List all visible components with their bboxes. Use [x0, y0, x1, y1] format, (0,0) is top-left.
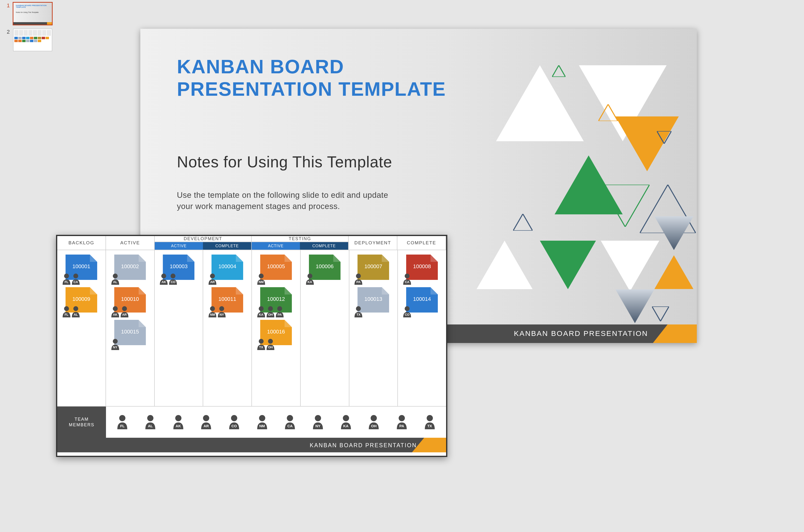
svg-point-28 — [210, 306, 215, 311]
kanban-card[interactable]: 100016TXOH — [260, 320, 292, 345]
kanban-board-slide[interactable]: BACKLOG ACTIVE DEVELOPMENT ACTIVECOMPLET… — [56, 235, 447, 457]
svg-point-49 — [343, 415, 349, 421]
kanban-column: 100003AKCO — [155, 250, 203, 406]
header-backlog: BACKLOG — [57, 236, 106, 250]
svg-point-39 — [405, 273, 410, 279]
kanban-card[interactable]: 100001FLCA — [66, 254, 97, 280]
team-member-pawn: CA — [283, 414, 297, 430]
team-member-pawn: KA — [339, 414, 353, 430]
triangle-icon — [652, 306, 669, 321]
triangle-icon — [615, 116, 679, 171]
thumbnail-number: 1 — [3, 2, 10, 9]
triangle-icon — [552, 65, 565, 77]
thumbnail-number: 2 — [3, 29, 10, 35]
team-members-row: TEAMMEMBERS FLALAKARCONMCANYKAOHPATX — [57, 406, 446, 438]
kanban-card[interactable]: 100006KA — [309, 254, 341, 280]
triangle-icon — [615, 289, 654, 323]
team-member-pawn: AK — [171, 414, 185, 430]
svg-point-52 — [427, 415, 433, 421]
svg-marker-13 — [552, 65, 565, 77]
svg-point-41 — [119, 415, 126, 421]
triangle-icon — [598, 104, 618, 121]
team-member-pawn: NY — [311, 414, 325, 430]
thumbnail-subtitle: Notes for Using This Template — [16, 12, 39, 13]
team-member-pawn: NM — [255, 414, 269, 430]
team-members-label: TEAMMEMBERS — [57, 406, 106, 438]
team-member-pawn: NY — [110, 338, 120, 350]
kanban-column: 100002AL100010AKAR100015NY — [106, 250, 155, 406]
svg-marker-5 — [601, 241, 659, 291]
svg-point-48 — [315, 415, 321, 421]
svg-point-38 — [356, 306, 361, 311]
kanban-card[interactable]: 100007PA — [357, 254, 389, 280]
kanban-card[interactable]: 100015NY — [114, 320, 146, 345]
slide-title[interactable]: KANBAN BOARD PRESENTATION TEMPLATE — [177, 56, 446, 100]
kanban-footer-text: KANBAN BOARD PRESENTATION — [310, 442, 417, 449]
team-member-pawn: TX — [423, 414, 436, 430]
slide-body-text[interactable]: Use the template on the following slide … — [177, 190, 396, 212]
kanban-card[interactable]: 100003AKCO — [163, 254, 194, 280]
team-member-pawn: KA — [304, 273, 315, 285]
svg-marker-0 — [496, 65, 584, 141]
svg-point-29 — [219, 306, 224, 311]
kanban-card[interactable]: 100014CO — [406, 287, 438, 312]
header-complete: COMPLETE — [397, 236, 446, 250]
team-member-pawn: FL — [115, 414, 129, 430]
svg-point-36 — [307, 273, 312, 279]
team-member-pawn: CO — [402, 306, 412, 318]
svg-point-26 — [171, 273, 175, 279]
svg-point-23 — [122, 306, 127, 311]
team-member-pawn: CA — [402, 273, 412, 285]
team-member-pawn: CA — [70, 273, 81, 285]
team-member-pawn: AR — [119, 306, 130, 318]
triangle-icon — [654, 255, 693, 289]
slide-thumbnail-2[interactable] — [13, 29, 52, 51]
kanban-card[interactable]: 100013TX — [357, 287, 389, 312]
svg-point-20 — [73, 306, 78, 311]
triangle-icon — [540, 241, 596, 289]
header-development: DEVELOPMENT ACTIVECOMPLETE — [155, 236, 252, 250]
svg-marker-12 — [513, 214, 532, 231]
kanban-column: 100001FLCA100009FLAL — [57, 250, 106, 406]
triangle-icon — [496, 65, 584, 141]
kanban-card[interactable]: 100012KAOHPA — [260, 287, 292, 312]
kanban-card[interactable]: 100010AKAR — [114, 287, 146, 312]
team-member-pawn: PA — [353, 273, 364, 285]
slide-subtitle[interactable]: Notes for Using This Template — [177, 153, 392, 171]
slide-thumbnail-1[interactable]: KANBAN BOARD PRESENTATION TEMPLATE Notes… — [13, 2, 52, 25]
header-active: ACTIVE — [106, 236, 155, 250]
svg-marker-6 — [476, 241, 532, 289]
svg-marker-4 — [540, 241, 596, 289]
svg-point-40 — [405, 306, 410, 311]
svg-point-46 — [259, 415, 265, 421]
team-member-pawn: AR — [207, 273, 218, 285]
svg-point-24 — [113, 339, 118, 344]
team-member-pawn: CO — [168, 273, 178, 285]
kanban-card[interactable]: 100009FLAL — [66, 287, 97, 312]
team-member-pawn: TX — [353, 306, 364, 318]
team-member-pawn: AR — [199, 414, 213, 430]
kanban-column: 100004AR100011NMNY — [203, 250, 252, 406]
header-deployment: DEPLOYMENT — [349, 236, 397, 250]
kanban-card[interactable]: 100004AR — [211, 254, 243, 280]
svg-point-25 — [161, 273, 166, 279]
kanban-card[interactable]: 100002AL — [114, 254, 146, 280]
svg-marker-3 — [615, 116, 679, 171]
svg-point-18 — [73, 273, 78, 279]
kanban-card[interactable]: 100005NM — [260, 254, 292, 280]
team-member-pawn: PA — [395, 414, 409, 430]
kanban-card[interactable]: 100008CA — [406, 254, 438, 280]
team-member-pawn: NM — [256, 273, 266, 285]
svg-point-47 — [287, 415, 293, 421]
kanban-column: 100005NM100012KAOHPA100016TXOH — [252, 250, 301, 406]
kanban-card[interactable]: 100011NMNY — [211, 287, 243, 312]
footer-accent-icon — [424, 438, 446, 452]
svg-point-22 — [113, 306, 118, 311]
svg-point-19 — [64, 306, 69, 311]
kanban-header-row: BACKLOG ACTIVE DEVELOPMENT ACTIVECOMPLET… — [57, 236, 446, 250]
svg-marker-11 — [654, 255, 693, 289]
triangle-icon — [654, 216, 693, 250]
team-member-pawn: OH — [265, 338, 276, 350]
svg-point-42 — [147, 415, 153, 421]
svg-marker-16 — [652, 306, 669, 321]
